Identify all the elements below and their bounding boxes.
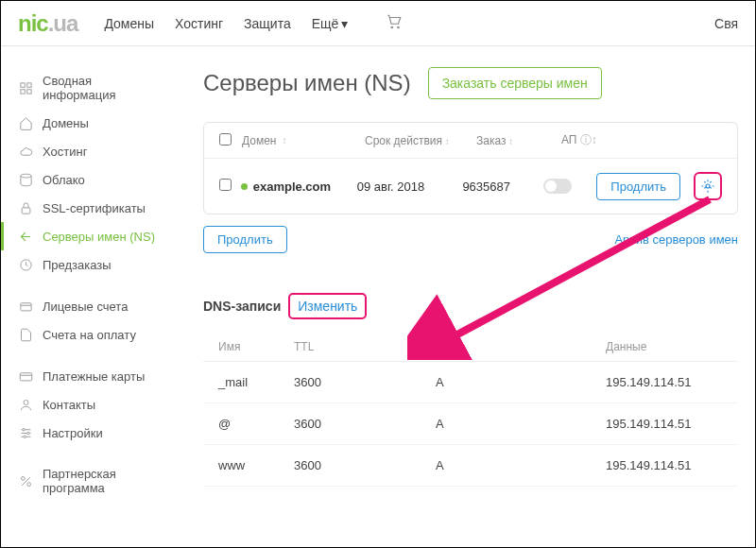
dns-name: _mail [218,375,294,389]
database-icon [18,172,33,187]
home-icon [18,115,33,130]
dns-section: DNS-записи Изменить Имя TTL Тип Данные _… [203,293,738,487]
document-icon [18,327,33,342]
archive-link[interactable]: Архив серверов имен [614,232,738,247]
svg-rect-7 [22,207,30,213]
logo-text: nic [18,10,48,36]
dns-data: 195.149.114.51 [606,458,723,472]
svg-point-6 [20,174,30,178]
svg-point-11 [24,400,28,404]
sidebar-item-label: Предзаказы [43,258,112,272]
dns-change-link[interactable]: Изменить [288,293,367,319]
sidebar-item-partner[interactable]: Партнерская программа [1,460,180,502]
dns-col-ttl: TTL [294,340,436,353]
sidebar-item-label: Настройки [43,426,103,440]
sidebar-item-hosting[interactable]: Хостинг [1,137,180,165]
sidebar-item-domains[interactable]: Домены [1,109,180,137]
sidebar-item-cloud[interactable]: Облако [1,165,180,194]
nav-more[interactable]: Ещё▾ [312,16,349,31]
renew-button[interactable]: Продлить [596,173,680,200]
header-right-link[interactable]: Свя [714,16,738,31]
nav-hosting[interactable]: Хостинг [175,16,223,31]
dns-ttl: 3600 [294,417,436,431]
dns-head: DNS-записи Изменить [203,293,738,319]
dns-data: 195.149.114.51 [606,417,723,431]
logo-tld: .ua [48,10,78,36]
info-icon[interactable]: ⓘ↕ [580,133,597,146]
select-all-checkbox[interactable] [219,133,232,146]
chevron-down-icon: ▾ [341,16,348,31]
cloud-icon [18,144,33,159]
sidebar-item-label: Платежные карты [43,369,145,384]
dns-title: DNS-записи [203,299,281,314]
domain-name[interactable]: example.com [253,180,331,194]
sidebar-item-label: Домены [43,116,89,130]
svg-rect-4 [20,89,24,93]
col-domain[interactable]: Домен [242,134,365,147]
sidebar-item-contacts[interactable]: Контакты [1,390,180,419]
col-auto: АП ⓘ↕ [561,132,618,148]
sidebar-item-cards[interactable]: Платежные карты [1,362,180,390]
sidebar-item-settings[interactable]: Настройки [1,419,180,447]
sidebar-item-label: SSL-сертификаты [43,201,146,215]
nav-security[interactable]: Защита [244,16,291,31]
page-title: Серверы имен (NS) [203,70,411,96]
layout: Сводная информация Домены Хостинг Облако… [1,46,755,547]
dns-type: A [436,417,606,431]
row-checkbox[interactable] [219,179,232,191]
dns-data: 195.149.114.51 [606,375,723,389]
header: nic.ua Домены Хостинг Защита Ещё▾ Свя [1,1,755,46]
svg-rect-5 [26,89,30,93]
svg-rect-2 [20,82,24,86]
dns-col-type: Тип [436,340,606,353]
domains-table-head: Домен Срок действия Заказ АП ⓘ↕ [204,123,737,159]
dns-col-name: Имя [218,340,294,353]
percent-icon [18,473,33,488]
sidebar-item-label: Партнерская программа [43,467,163,495]
nav-more-label: Ещё [312,16,339,31]
sidebar-item-ssl[interactable]: SSL-сертификаты [1,194,180,222]
svg-point-12 [22,428,25,431]
dns-table: Имя TTL Тип Данные _mail 3600 A 195.149.… [203,333,738,487]
nav-domains[interactable]: Домены [104,16,154,31]
svg-point-0 [391,26,393,28]
order-value[interactable]: 9635687 [462,180,542,194]
sidebar-item-label: Лицевые счета [43,300,128,314]
dns-row: _mail 3600 A 195.149.114.51 [203,362,738,403]
sidebar-item-dashboard[interactable]: Сводная информация [1,67,180,109]
col-expire[interactable]: Срок действия [365,134,476,147]
settings-button[interactable] [694,172,722,200]
sidebar-item-invoices[interactable]: Счета на оплату [1,320,180,349]
status-dot-icon [241,183,248,190]
dns-name: www [218,458,294,472]
expire-value: 09 авг. 2018 [357,180,463,194]
svg-rect-3 [26,82,30,86]
dns-row: www 3600 A 195.149.114.51 [203,445,738,487]
bulk-renew-button[interactable]: Продлить [203,226,287,253]
cart-icon[interactable] [386,13,403,33]
col-order[interactable]: Заказ [476,134,561,147]
dns-type: A [436,375,606,389]
sidebar-item-accounts[interactable]: Лицевые счета [1,292,180,320]
dns-name: @ [218,417,294,431]
logo[interactable]: nic.ua [18,10,77,37]
svg-point-14 [24,436,26,438]
sidebar-item-label: Облако [43,173,85,187]
order-ns-button[interactable]: Заказать серверы имен [428,67,602,99]
sidebar: Сводная информация Домены Хостинг Облако… [1,46,180,547]
svg-point-16 [26,482,30,486]
svg-rect-10 [20,372,32,380]
dns-row: @ 3600 A 195.149.114.51 [203,403,738,445]
top-nav: Домены Хостинг Защита Ещё▾ [104,13,403,33]
main-content: Серверы имен (NS) Заказать серверы имен … [180,46,755,547]
sidebar-item-label: Сводная информация [43,74,163,102]
svg-rect-9 [20,302,30,310]
dns-col-data: Данные [606,340,723,353]
svg-point-13 [26,432,29,435]
autorenew-toggle[interactable] [543,179,572,194]
sidebar-item-nameservers[interactable]: Серверы имен (NS) [1,222,180,250]
svg-point-15 [21,476,25,480]
table-row: example.com 09 авг. 2018 9635687 Продлит… [204,159,737,214]
sidebar-item-preorders[interactable]: Предзаказы [1,250,180,279]
clock-icon [18,257,33,272]
